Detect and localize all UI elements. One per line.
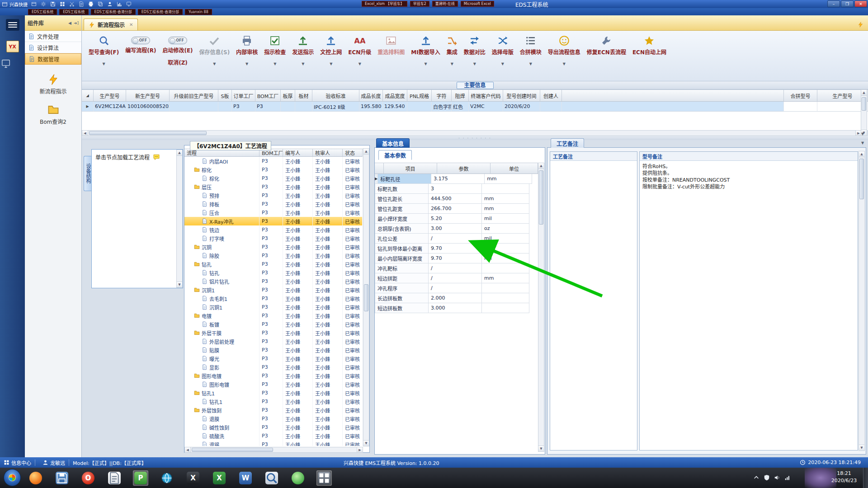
minimized-window[interactable]: EDS工程系统-香港分部 [138,9,183,15]
scroll-down-icon[interactable]: ▼ [363,440,369,446]
process-row[interactable]: 图形电镀 P3 王小鋒 王小鋒 已审核 [184,380,363,389]
ribbon-button[interactable]: 指示检查▼ [261,34,289,67]
params-column-header[interactable]: 参数 [437,163,491,174]
dropdown-arrow-icon[interactable]: ▼ [563,62,566,66]
chevron-down-icon[interactable]: ▼ [861,132,864,136]
process-row[interactable]: 贴膜 P3 王小鋒 王小鋒 已审核 [184,346,363,354]
ribbon-button[interactable]: 合拼模块▼ [517,34,545,67]
column-header[interactable]: 字符 [432,90,452,102]
titlebar-badge[interactable]: Microsoft Excel [461,1,494,7]
process-row[interactable]: 沉铜1 P3 王小鋒 王小鋒 已审核 [184,303,363,311]
process-row[interactable]: 钻孔 P3 王小鋒 王小鋒 已审核 [184,260,363,268]
dropdown-arrow-icon[interactable]: ▼ [529,62,532,66]
process-row[interactable]: 沉铜1 P3 王小鋒 王小鋒 已审核 [184,286,363,294]
process-row[interactable]: 退锡 P3 王小鋒 王小鋒 已审核 [184,440,363,446]
titlebar-badge[interactable]: 早班车2 [410,1,429,7]
close-button[interactable]: ✕ [854,0,867,7]
dropdown-arrow-icon[interactable]: ▼ [473,62,476,66]
process-row[interactable]: 图形电镀 P3 王小鋒 王小鋒 已审核 [184,371,363,380]
taskbar-icon-notepad[interactable] [107,470,122,486]
ribbon-button[interactable]: 集成▼ [443,34,461,67]
param-row[interactable]: 钻孔到导体最小距离 9.70 mil [375,244,538,253]
show-desktop-button[interactable] [863,468,868,488]
dropdown-arrow-icon[interactable]: ▼ [274,62,276,66]
ribbon-button[interactable]: 修复ECN丢流程 [584,34,629,56]
process-row[interactable]: 退膜 P3 王小鋒 王小鋒 已审核 [184,414,363,423]
param-row[interactable]: 最小焊环宽度 5.20 mil [375,214,538,224]
dropdown-arrow-icon[interactable]: ▼ [302,62,304,66]
process-row[interactable]: 碱性蚀刻 P3 王小鋒 王小鋒 已审核 [184,423,363,432]
start-button[interactable] [4,469,21,486]
user-icon[interactable] [107,1,113,7]
scroll-left-icon[interactable]: ◀ [185,447,191,452]
process-row[interactable]: 预排 P3 王小鋒 王小鋒 已审核 [184,191,363,200]
column-header[interactable]: 订单工厂 [232,90,255,102]
scroll-down-icon[interactable]: ▼ [859,445,864,450]
ribbon-button[interactable]: 重选排料图 [374,34,408,56]
column-header[interactable]: 终端客户代码 [469,90,503,102]
taskbar-icon-search[interactable] [264,470,279,486]
process-tree-vscrollbar[interactable]: ▲ ▼ [363,148,369,446]
remarks-vscrollbar[interactable]: ▲ ▼ [859,151,865,451]
process-column-header[interactable]: 状态 [343,149,363,157]
column-header[interactable]: 成品宽度 [383,90,407,102]
column-header[interactable]: 合拼型号 [784,90,817,102]
process-row[interactable]: 显影 P3 王小鋒 王小鋒 已审核 [184,363,363,371]
ribbon-button[interactable]: 选择母版▼ [489,34,517,67]
dropdown-arrow-icon[interactable]: ▼ [451,62,453,66]
process-row[interactable]: 棕化 P3 王小鋒 王小鋒 已审核 [184,165,363,174]
params-column-header[interactable]: 项目 [384,163,437,174]
process-row[interactable]: 外层蚀刻 P3 王小鋒 王小鋒 已审核 [184,406,363,414]
ribbon-button[interactable]: MI数据导入▼ [408,34,443,67]
param-row[interactable]: 短边拼板数 3.000 [375,303,538,313]
process-row[interactable]: 打字唛 P3 王小鋒 王小鋒 已审核 [184,234,363,243]
taskbar-icon-qq[interactable] [290,470,306,486]
ribbon-button[interactable]: AA ECN升级▼ [345,34,374,67]
column-header[interactable]: 新生产型号 [126,90,170,102]
ribbon-button[interactable]: 内部审核▼ [233,34,261,67]
process-row[interactable]: 曝光 P3 王小鋒 王小鋒 已审核 [184,354,363,363]
process-row[interactable]: 层压 P3 王小鋒 王小鋒 已审核 [184,183,363,191]
scroll-thumb[interactable] [859,159,864,199]
scroll-up-icon[interactable]: ▲ [861,90,867,96]
process-column-header[interactable]: 编写人 [283,149,313,157]
shield-icon[interactable] [764,474,770,481]
scroll-thumb[interactable] [539,170,543,225]
dropdown-arrow-icon[interactable]: ▼ [330,62,332,66]
main-table-row[interactable]: ▶6V2MC1Z4A010010600085202P3P3IPC-6012 Ⅱ级… [82,102,868,112]
param-row[interactable]: 管位孔距宽 266.700 mm [375,204,538,214]
column-header[interactable]: S板 [218,90,232,102]
chevron-down-icon[interactable]: ▼ [861,141,864,145]
hint-panel-vscrollbar[interactable]: ▲ ▼ [176,150,183,288]
ribbon-button[interactable]: 导出流程信息▼ [545,34,584,67]
param-row[interactable]: 管位孔距长 444.500 mm [375,194,538,204]
param-row[interactable]: 短边拼距 / mm [375,273,538,283]
layers-icon[interactable] [98,1,103,7]
chart-icon[interactable] [117,1,122,7]
taskbar-icon-opera[interactable]: O [80,470,96,486]
minimize-button[interactable]: – [827,0,840,7]
process-row[interactable]: 沉铜 P3 王小鋒 王小鋒 已审核 [184,243,363,251]
ribbon-button[interactable]: OFF 启动修改(E)取消(Z) [159,34,196,67]
sidebar-item-0[interactable]: 文件处理 [25,31,81,42]
dropdown-arrow-icon[interactable]: ▼ [245,62,248,66]
ribbon-button[interactable]: 发送指示▼ [289,34,317,67]
column-header[interactable]: 成品长度 [359,90,383,102]
ribbon-button[interactable]: 数据对比▼ [461,34,489,67]
params-column-header[interactable]: 单位 [491,163,538,174]
scroll-thumb[interactable] [862,97,866,111]
computer-icon[interactable] [0,59,12,69]
chevron-left-icon[interactable]: ◀ [68,21,71,25]
ribbon-sub-label[interactable]: 取消(Z) [168,58,188,66]
column-header[interactable]: PNL规格 [407,90,432,102]
ribbon-button[interactable]: OFF 编写流程(R) [122,34,159,55]
scroll-right-icon[interactable]: ▶ [357,447,363,452]
sidebar-tool[interactable]: 新流程指示 [25,74,81,95]
process-row[interactable]: 板镀 P3 王小鋒 王小鋒 已审核 [184,320,363,328]
titlebar-badge[interactable]: 董建明-在线 [432,1,458,7]
ribbon-button[interactable]: 文控上网▼ [317,34,345,67]
ribbon-button[interactable]: ECN自动上网 [629,34,670,56]
doc-icon[interactable] [79,1,84,7]
maximize-button[interactable]: ❐ [841,0,854,7]
tab-basic-params[interactable]: 基本参数 [378,150,412,160]
